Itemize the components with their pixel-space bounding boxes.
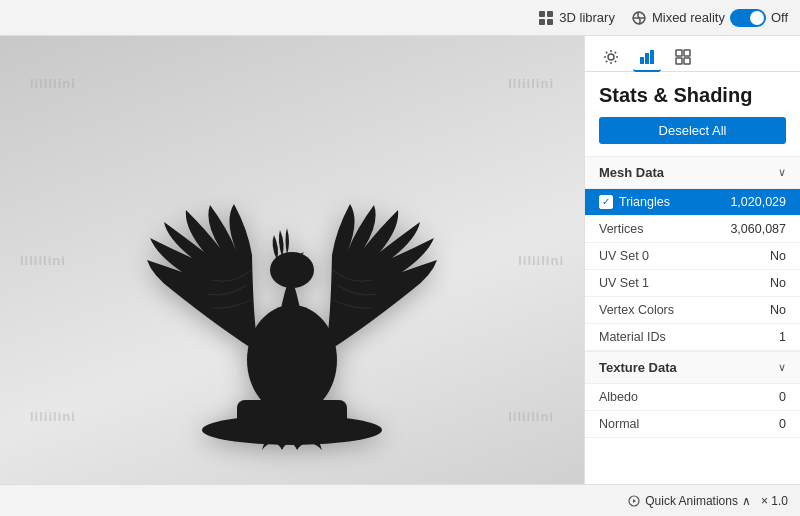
albedo-label: Albedo (599, 390, 638, 404)
svg-rect-3 (547, 19, 553, 25)
mesh-data-section-header[interactable]: Mesh Data ∨ (585, 156, 800, 189)
deselect-all-button[interactable]: Deselect All (599, 117, 786, 144)
mixed-reality-icon (631, 10, 647, 26)
sun-icon (603, 49, 619, 65)
vertex-colors-label: Vertex Colors (599, 303, 674, 317)
library-label: 3D library (559, 10, 615, 25)
svg-rect-21 (684, 50, 690, 56)
tab-stats[interactable] (633, 44, 661, 72)
viewport[interactable]: liliilini liliilini liliilini liliilini … (0, 36, 584, 484)
albedo-row: Albedo 0 (585, 384, 800, 411)
uvset1-label: UV Set 1 (599, 276, 649, 290)
uvset1-row: UV Set 1 No (585, 270, 800, 297)
animations-chevron: ∧ (742, 494, 751, 508)
3d-library-button[interactable]: 3D library (538, 10, 615, 26)
svg-line-13 (606, 52, 607, 53)
svg-rect-0 (539, 11, 545, 17)
svg-rect-22 (676, 58, 682, 64)
mixed-reality-toggle[interactable] (730, 9, 766, 27)
watermark-bot-left: liliilini (30, 409, 76, 424)
watermark-top-right: liliilini (508, 76, 554, 91)
material-ids-row: Material IDs 1 (585, 324, 800, 351)
mixed-reality-label: Mixed reality (652, 10, 725, 25)
material-ids-value: 1 (779, 330, 786, 344)
svg-rect-17 (640, 57, 644, 64)
triangles-label: Triangles (599, 195, 670, 209)
watermark-bot-right: liliilini (508, 409, 554, 424)
mesh-data-chevron: ∨ (778, 166, 786, 179)
zoom-level: × 1.0 (761, 494, 788, 508)
svg-line-14 (615, 61, 616, 62)
top-bar: 3D library Mixed reality Off (0, 0, 800, 36)
vertices-label: Vertices (599, 222, 643, 236)
texture-data-label: Texture Data (599, 360, 677, 375)
animation-icon (627, 494, 641, 508)
toggle-state-label: Off (771, 10, 788, 25)
panel-title: Stats & Shading (585, 72, 800, 117)
griffin-svg (142, 90, 442, 450)
right-panel: Stats & Shading Deselect All Mesh Data ∨… (584, 36, 800, 484)
uvset0-row: UV Set 0 No (585, 243, 800, 270)
quick-animations-button[interactable]: Quick Animations ∧ (627, 494, 751, 508)
triangles-checkbox[interactable] (599, 195, 613, 209)
triangles-row[interactable]: Triangles 1,020,029 (585, 189, 800, 216)
vertices-value: 3,060,087 (730, 222, 786, 236)
uvset1-value: No (770, 276, 786, 290)
watermark-mid-left: liliilini (20, 253, 66, 268)
vertex-colors-row: Vertex Colors No (585, 297, 800, 324)
main-content: liliilini liliilini liliilini liliilini … (0, 36, 800, 484)
tab-sun[interactable] (597, 44, 625, 72)
vertices-row: Vertices 3,060,087 (585, 216, 800, 243)
chart-icon (639, 49, 655, 65)
svg-rect-2 (539, 19, 545, 25)
watermark-mid-right: liliilini (518, 253, 564, 268)
vertex-colors-value: No (770, 303, 786, 317)
griffin-model (122, 70, 462, 450)
svg-line-16 (606, 61, 607, 62)
watermark-top-left: liliilini (30, 76, 76, 91)
panel-tabs (585, 36, 800, 72)
normal-value: 0 (779, 417, 786, 431)
svg-point-8 (608, 54, 614, 60)
svg-rect-19 (650, 50, 654, 64)
mixed-reality-button[interactable]: Mixed reality Off (631, 9, 788, 27)
normal-row: Normal 0 (585, 411, 800, 438)
svg-rect-23 (684, 58, 690, 64)
mesh-data-label: Mesh Data (599, 165, 664, 180)
grid-icon (675, 49, 691, 65)
animations-label: Quick Animations (645, 494, 738, 508)
texture-data-chevron: ∨ (778, 361, 786, 374)
svg-rect-18 (645, 53, 649, 64)
svg-marker-25 (633, 499, 636, 503)
library-icon (538, 10, 554, 26)
bottom-bar: Quick Animations ∧ × 1.0 (0, 484, 800, 516)
normal-label: Normal (599, 417, 639, 431)
triangles-value: 1,020,029 (730, 195, 786, 209)
svg-rect-20 (676, 50, 682, 56)
tab-grid[interactable] (669, 44, 697, 72)
albedo-value: 0 (779, 390, 786, 404)
svg-line-15 (615, 52, 616, 53)
svg-rect-1 (547, 11, 553, 17)
panel-scroll[interactable]: Mesh Data ∨ Triangles 1,020,029 Vertices… (585, 156, 800, 484)
texture-data-section-header[interactable]: Texture Data ∨ (585, 351, 800, 384)
material-ids-label: Material IDs (599, 330, 666, 344)
uvset0-value: No (770, 249, 786, 263)
uvset0-label: UV Set 0 (599, 249, 649, 263)
